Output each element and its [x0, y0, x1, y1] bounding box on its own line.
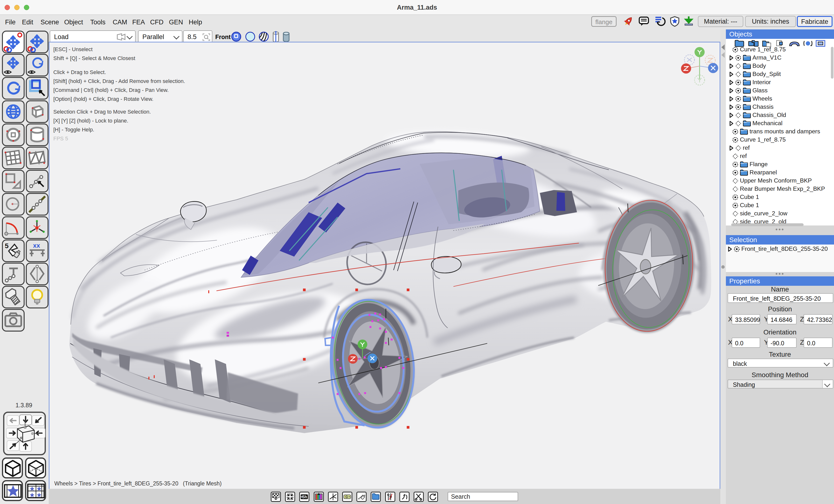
- svg-text:5: 5: [5, 242, 9, 250]
- svg-text:xx: xx: [33, 242, 40, 249]
- svg-text:G: G: [345, 495, 348, 499]
- svg-text:Sh: Sh: [302, 495, 307, 499]
